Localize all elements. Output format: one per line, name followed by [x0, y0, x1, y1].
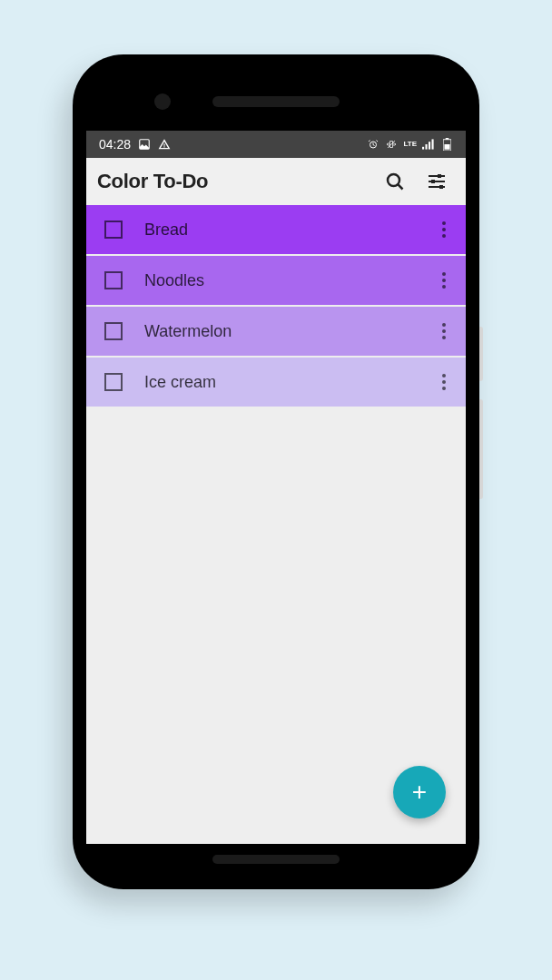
svg-point-10: [388, 174, 399, 186]
status-bar: 04:28: [86, 131, 466, 158]
phone-home-bar: [212, 855, 340, 864]
alarm-icon: [367, 138, 380, 151]
network-type: LTE: [403, 141, 417, 148]
add-button[interactable]: +: [393, 766, 446, 818]
app-bar: Color To-Do: [86, 158, 466, 205]
search-icon: [384, 171, 406, 192]
app-bar-actions: [382, 169, 455, 194]
more-button[interactable]: [435, 323, 453, 339]
todo-item[interactable]: Noodles: [86, 256, 466, 305]
vibrate-icon: [385, 138, 398, 151]
signal-icon: [422, 138, 435, 151]
svg-rect-15: [431, 180, 435, 183]
todo-item[interactable]: Bread: [86, 205, 466, 254]
app-screen: 04:28: [86, 131, 466, 844]
svg-rect-6: [432, 139, 434, 149]
more-button[interactable]: [435, 272, 453, 289]
svg-rect-13: [438, 174, 441, 178]
todo-label: Watermelon: [144, 322, 435, 341]
phone-inner: 04:28: [82, 64, 470, 880]
checkbox[interactable]: [104, 322, 123, 340]
phone-speaker: [212, 96, 340, 107]
phone-mock: 04:28: [73, 54, 479, 889]
warning-icon: [158, 138, 171, 151]
todo-item[interactable]: Watermelon: [86, 307, 466, 356]
svg-rect-4: [426, 144, 428, 150]
todo-item[interactable]: Ice cream: [86, 358, 466, 407]
more-button[interactable]: [435, 374, 453, 390]
todo-label: Ice cream: [144, 373, 435, 392]
svg-rect-17: [439, 185, 443, 189]
plus-icon: +: [412, 778, 427, 807]
svg-line-11: [398, 184, 402, 189]
todo-label: Noodles: [144, 271, 435, 290]
status-time: 04:28: [99, 137, 131, 152]
svg-rect-5: [429, 142, 430, 149]
svg-rect-3: [422, 147, 424, 150]
checkbox[interactable]: [104, 373, 123, 391]
app-title: Color To-Do: [97, 170, 208, 193]
status-right: LTE: [367, 138, 453, 151]
phone-body: 04:28: [73, 54, 479, 889]
checkbox[interactable]: [104, 220, 123, 239]
battery-icon: [440, 138, 453, 151]
status-left: 04:28: [99, 137, 171, 152]
svg-rect-9: [444, 144, 449, 150]
phone-camera: [154, 93, 171, 110]
tune-icon: [426, 171, 448, 192]
tune-button[interactable]: [424, 169, 449, 194]
image-icon: [138, 138, 151, 151]
todo-list: BreadNoodlesWatermelonIce cream: [86, 205, 466, 407]
checkbox[interactable]: [104, 271, 123, 289]
todo-label: Bread: [144, 220, 435, 240]
more-button[interactable]: [435, 221, 453, 238]
search-button[interactable]: [382, 169, 408, 194]
